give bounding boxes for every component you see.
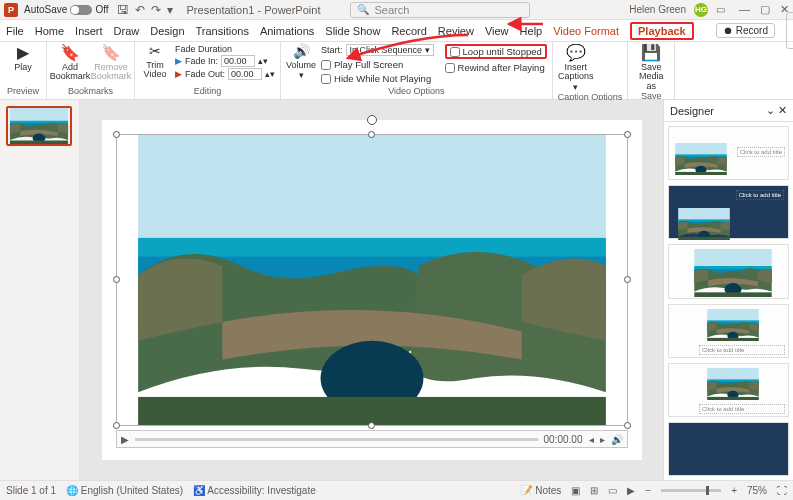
status-language[interactable]: 🌐 English (United States) (66, 485, 183, 496)
tab-record[interactable]: Record (391, 25, 426, 37)
slide-editor[interactable]: ▶ 00:00.00 ◂ ▸ 🔊 (80, 100, 663, 480)
volume-icon: 🔊 (293, 44, 310, 60)
slide-thumbnail-panel[interactable] (0, 100, 80, 480)
tab-transitions[interactable]: Transitions (196, 25, 249, 37)
zoom-slider[interactable] (661, 489, 721, 492)
start-dropdown[interactable]: In Click Sequence▾ (346, 44, 434, 56)
tab-draw[interactable]: Draw (114, 25, 140, 37)
fade-in-input[interactable]: 00.00 (221, 55, 255, 67)
save-media-icon: 💾 (641, 44, 661, 62)
redo-icon[interactable]: ↷ (151, 3, 161, 17)
undo-icon[interactable]: ↶ (135, 3, 145, 17)
zoom-level[interactable]: 75% (747, 485, 767, 496)
add-bookmark-button[interactable]: 🔖Add Bookmark (52, 44, 88, 82)
captions-icon: 💬 (566, 44, 586, 62)
tab-animations[interactable]: Animations (260, 25, 314, 37)
record-button[interactable]: ⏺ Record (716, 23, 775, 38)
tab-home[interactable]: Home (35, 25, 64, 37)
designer-pane: Designer ⌄ ✕ Click to add title Click to… (663, 100, 793, 480)
tab-playback[interactable]: Playback (630, 22, 694, 40)
slide-thumbnail-1[interactable] (6, 106, 72, 146)
fade-in-icon: ▶ (175, 56, 182, 66)
status-slide-count: Slide 1 of 1 (6, 485, 56, 496)
player-time: 00:00.00 (544, 434, 583, 445)
tab-help[interactable]: Help (520, 25, 543, 37)
design-idea-1[interactable]: Click to add title (668, 126, 789, 180)
avatar[interactable]: HG (694, 3, 708, 17)
tab-slideshow[interactable]: Slide Show (325, 25, 380, 37)
ribbon-mode-icon[interactable]: ▭ (716, 4, 725, 15)
notes-button[interactable]: 📝 Notes (520, 485, 561, 496)
qat-more-icon[interactable]: ▾ (167, 3, 173, 17)
search-input[interactable]: 🔍 Search (350, 2, 530, 18)
tab-design[interactable]: Design (150, 25, 184, 37)
save-media-button[interactable]: 💾Save Media as (633, 44, 669, 91)
design-idea-4[interactable]: Click to add title (668, 304, 789, 358)
status-accessibility[interactable]: ♿ Accessibility: Investigate (193, 485, 316, 496)
fade-out-icon: ▶ (175, 69, 182, 79)
loop-until-stopped-checkbox[interactable]: Loop until Stopped (445, 44, 547, 59)
view-sorter-icon[interactable]: ⊞ (590, 485, 598, 496)
tab-file[interactable]: File (6, 25, 24, 37)
designer-close-icon[interactable]: ✕ (778, 104, 787, 116)
insert-captions-button[interactable]: 💬Insert Captions▾ (558, 44, 594, 92)
user-name[interactable]: Helen Green (629, 4, 686, 15)
document-title: Presentation1 - PowerPoint (187, 4, 321, 16)
player-volume-icon[interactable]: 🔊 (611, 434, 623, 445)
view-slideshow-icon[interactable]: ▶ (627, 485, 635, 496)
fit-window-icon[interactable]: ⛶ (777, 485, 787, 496)
autosave-toggle[interactable]: AutoSave Off (24, 4, 109, 15)
rewind-after-playing-checkbox[interactable]: Rewind after Playing (445, 62, 547, 73)
designer-title: Designer (670, 105, 714, 117)
tab-video-format[interactable]: Video Format (553, 25, 619, 37)
player-play-icon[interactable]: ▶ (121, 434, 129, 445)
fade-out-input[interactable]: 00.00 (228, 68, 262, 80)
view-reading-icon[interactable]: ▭ (608, 485, 617, 496)
app-icon: P (4, 3, 18, 17)
player-prev-icon[interactable]: ◂ (589, 434, 594, 445)
play-full-screen-checkbox[interactable]: Play Full Screen (321, 59, 434, 70)
fade-duration-label: Fade Duration (175, 44, 275, 54)
trim-icon: ✂ (149, 44, 161, 60)
video-player-controls[interactable]: ▶ 00:00.00 ◂ ▸ 🔊 (116, 430, 628, 448)
design-idea-2[interactable]: Click to add title (668, 185, 789, 239)
view-normal-icon[interactable]: ▣ (571, 485, 580, 496)
maximize-icon[interactable]: ▢ (760, 3, 770, 16)
remove-bookmark-button: 🔖Remove Bookmark (93, 44, 129, 82)
bookmark-add-icon: 🔖 (60, 44, 80, 62)
present-teams-button[interactable]: ▣ Present in Teams (786, 12, 793, 49)
hide-while-not-playing-checkbox[interactable]: Hide While Not Playing (321, 73, 434, 84)
zoom-out-icon[interactable]: − (645, 485, 651, 496)
player-next-icon[interactable]: ▸ (600, 434, 605, 445)
play-button[interactable]: ▶Play (5, 44, 41, 72)
bookmark-remove-icon: 🔖 (101, 44, 121, 62)
play-icon: ▶ (17, 44, 29, 62)
design-idea-3[interactable] (668, 244, 789, 298)
minimize-icon[interactable]: — (739, 3, 750, 16)
volume-button[interactable]: 🔊Volume▾ (286, 44, 316, 81)
tab-review[interactable]: Review (438, 25, 474, 37)
trim-video-button[interactable]: ✂Trim Video (140, 44, 170, 80)
design-idea-6[interactable] (668, 422, 789, 476)
save-icon[interactable]: 🖫 (117, 3, 129, 17)
rotate-handle[interactable] (367, 115, 377, 125)
tab-view[interactable]: View (485, 25, 509, 37)
search-icon: 🔍 (357, 4, 369, 15)
player-seek-bar[interactable] (135, 438, 538, 441)
slide-canvas[interactable]: ▶ 00:00.00 ◂ ▸ 🔊 (102, 120, 642, 460)
tab-insert[interactable]: Insert (75, 25, 103, 37)
video-object[interactable] (116, 134, 628, 426)
design-idea-5[interactable]: Click to add title (668, 363, 789, 417)
designer-more-icon[interactable]: ⌄ (766, 104, 775, 116)
zoom-in-icon[interactable]: + (731, 485, 737, 496)
